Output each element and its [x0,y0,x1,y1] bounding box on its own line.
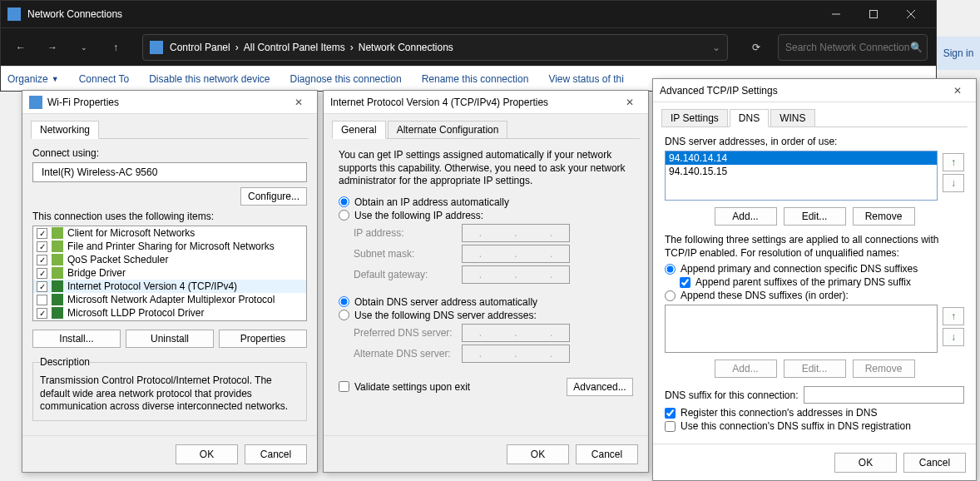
tab-wins[interactable]: WINS [770,109,814,126]
up-button[interactable]: ↑ [104,36,127,59]
check-append-parent[interactable]: Append parent suffixes of the primary DN… [680,276,964,288]
close-icon[interactable]: ✕ [287,92,310,112]
components-list[interactable]: Client for Microsoft NetworksFile and Pr… [32,226,307,321]
advanced-button[interactable]: Advanced... [567,378,633,396]
cancel-button[interactable]: Cancel [903,453,966,473]
search-icon[interactable]: 🔍 [910,42,923,53]
component-icon [52,267,63,279]
back-button[interactable]: ← [9,36,32,59]
suffix-input[interactable] [804,386,964,404]
explorer-titlebar: Network Connections [1,1,936,27]
wifi-icon [29,96,42,109]
ip-address-input: ... [462,224,570,242]
crumb-3[interactable]: Network Connections [359,42,453,53]
ok-button[interactable]: OK [834,453,897,473]
checkbox-icon[interactable] [37,241,47,252]
configure-button[interactable]: Configure... [240,187,307,206]
component-item[interactable]: QoS Packet Scheduler [33,253,306,266]
close-icon[interactable]: ✕ [946,81,969,101]
radio-use-dns[interactable]: Use the following DNS server addresses: [339,310,633,321]
svg-rect-0 [869,11,877,18]
move-down-button[interactable]: ↓ [943,174,964,192]
remove-suffix-button[interactable]: Remove [853,360,915,378]
component-item[interactable]: Client for Microsoft Networks [33,226,306,240]
recent-locations-button[interactable]: ⌄ [72,36,96,59]
cmd-status[interactable]: View status of thi [548,73,624,85]
refresh-button[interactable]: ⟳ [743,34,770,61]
dns-server-item[interactable]: 94.140.14.14 [666,151,937,165]
validate-checkbox[interactable]: Validate settings upon exit [339,381,470,393]
component-icon [52,280,63,292]
check-use-suffix[interactable]: Use this connection's DNS suffix in DNS … [665,420,964,432]
dns-servers-list[interactable]: 94.140.14.1494.140.15.15 [665,151,938,201]
close-icon[interactable]: ✕ [618,92,641,112]
search-input[interactable] [785,42,910,53]
cmd-rename[interactable]: Rename this connection [422,73,529,85]
cmd-connect[interactable]: Connect To [79,73,130,85]
tab-ip-settings[interactable]: IP Settings [661,109,728,126]
check-register[interactable]: Register this connection's addresses in … [665,407,964,419]
properties-button[interactable]: Properties [219,330,307,348]
component-item[interactable]: Microsoft LLDP Protocol Driver [33,306,306,320]
radio-append-these[interactable]: Append these DNS suffixes (in order): [665,290,964,301]
suffix-down-button[interactable]: ↓ [943,328,964,346]
cancel-button[interactable]: Cancel [245,444,307,464]
cancel-button[interactable]: Cancel [576,444,638,464]
crumb-2[interactable]: All Control Panel Items [244,42,345,53]
crumb-1[interactable]: Control Panel [170,42,230,53]
remove-dns-button[interactable]: Remove [853,207,915,226]
tab-alternate[interactable]: Alternate Configuration [388,121,508,138]
ok-button[interactable]: OK [176,444,238,464]
checkbox-icon[interactable] [37,228,47,239]
component-icon [52,307,63,319]
tab-networking[interactable]: Networking [31,121,99,139]
maximize-button[interactable] [854,1,892,27]
ipv4-tabs: General Alternate Configuration [332,119,640,139]
connect-using-label: Connect using: [32,147,307,159]
signin-button[interactable]: Sign in [937,37,980,70]
edit-dns-button[interactable]: Edit... [784,207,846,226]
radio-use-ip[interactable]: Use the following IP address: [339,210,633,221]
adapter-box: Intel(R) Wireless-AC 9560 [32,162,307,182]
forward-button[interactable]: → [41,36,64,59]
edit-suffix-button[interactable]: Edit... [784,360,846,378]
suffix-list[interactable] [665,305,938,353]
move-up-button[interactable]: ↑ [943,153,964,171]
radio-auto-ip[interactable]: Obtain an IP address automatically [339,196,633,208]
checkbox-icon[interactable] [37,295,47,305]
chevron-down-icon[interactable]: ⌄ [712,42,720,53]
suffix-up-button[interactable]: ↑ [943,307,964,325]
organize-menu[interactable]: Organize ▼ [7,73,59,85]
checkbox-icon[interactable] [37,268,47,279]
install-button[interactable]: Install... [32,330,121,348]
wifi-properties-dialog: Wi-Fi Properties ✕ Networking Connect us… [22,90,318,473]
tab-general[interactable]: General [332,121,386,139]
cmd-disable[interactable]: Disable this network device [149,73,270,85]
cmd-diagnose[interactable]: Diagnose this connection [290,73,402,85]
radio-append-primary[interactable]: Append primary and connection specific D… [665,263,964,275]
uninstall-button[interactable]: Uninstall [126,330,214,348]
dialog-title: Internet Protocol Version 4 (TCP/IPv4) P… [330,97,618,108]
component-name: QoS Packet Scheduler [67,254,168,265]
component-item[interactable]: File and Printer Sharing for Microsoft N… [33,240,306,253]
component-item[interactable]: Bridge Driver [33,266,306,280]
search-box[interactable]: 🔍 [778,34,928,61]
checkbox-icon[interactable] [37,308,47,319]
subnet-input: ... [462,245,570,263]
checkbox-icon[interactable] [37,281,47,292]
checkbox-icon[interactable] [37,255,47,265]
component-item[interactable]: Microsoft Network Adapter Multiplexor Pr… [33,293,306,306]
dns-server-item[interactable]: 94.140.15.15 [666,165,937,178]
tab-dns[interactable]: DNS [730,109,769,127]
component-name: Microsoft Network Adapter Multiplexor Pr… [67,294,275,305]
address-bar[interactable]: Control Panel› All Control Panel Items› … [142,34,728,61]
component-item[interactable]: Internet Protocol Version 4 (TCP/IPv4) [33,280,306,293]
pref-dns-input: ... [462,324,570,342]
add-dns-button[interactable]: Add... [715,207,777,226]
close-button[interactable] [892,1,929,27]
intro-text: You can get IP settings assigned automat… [339,149,633,188]
radio-auto-dns[interactable]: Obtain DNS server address automatically [339,296,633,308]
ok-button[interactable]: OK [507,444,569,464]
minimize-button[interactable] [817,1,854,27]
add-suffix-button[interactable]: Add... [715,360,777,378]
